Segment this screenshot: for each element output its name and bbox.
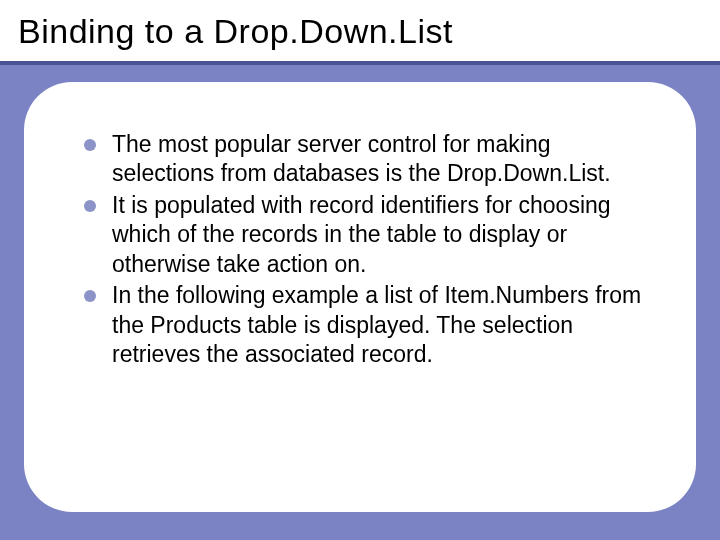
slide-title: Binding to a Drop.Down.List <box>18 12 702 51</box>
content-card: The most popular server control for maki… <box>24 82 696 512</box>
list-item: It is populated with record identifiers … <box>84 191 646 279</box>
bullet-list: The most popular server control for maki… <box>84 130 646 370</box>
list-item: The most popular server control for maki… <box>84 130 646 189</box>
list-item: In the following example a list of Item.… <box>84 281 646 369</box>
title-bar: Binding to a Drop.Down.List <box>0 0 720 65</box>
